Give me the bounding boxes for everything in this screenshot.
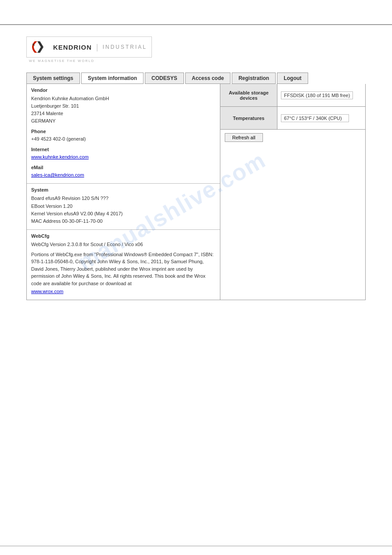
system-line2: EBoot Version 1.20: [31, 203, 216, 210]
system-section: System Board efusA9 Revision 120 S/N ???…: [27, 184, 220, 229]
logo-divider: |: [96, 43, 98, 52]
storage-value: FFSDISK (180 of 191 MB free): [281, 91, 353, 99]
vendor-company: Kendrion Kuhnke Automation GmbH: [31, 95, 216, 102]
tagline: WE MAGNETISE THE WORLD: [29, 59, 94, 63]
webcfg-portions: Portions of WebCfg.exe from "Professiona…: [31, 251, 216, 287]
tab-access-code[interactable]: Access code: [185, 73, 230, 84]
left-panel: Vendor Kendrion Kuhnke Automation GmbH L…: [27, 84, 220, 300]
phone-label: Phone: [31, 128, 216, 135]
kendrion-logo-icon: K: [31, 40, 50, 54]
vendor-section: Vendor Kendrion Kuhnke Automation GmbH L…: [27, 84, 220, 184]
right-panel: Available storage devices FFSDISK (180 o…: [220, 84, 365, 300]
storage-label: Available storage devices: [220, 84, 277, 106]
storage-value-cell: FFSDISK (180 of 191 MB free): [277, 84, 365, 106]
temp-value-cell: 67°C / 153°F / 340K (CPU): [277, 107, 365, 129]
vendor-title: Vendor: [31, 87, 216, 93]
refresh-area: Refresh all: [220, 130, 365, 145]
system-line3: Kernel Version efusA9 V2.00 (May 4 2017): [31, 210, 216, 218]
svg-text:K: K: [32, 43, 35, 46]
tab-codesys[interactable]: CODESYS: [145, 73, 184, 84]
vendor-info: Kendrion Kuhnke Automation GmbH Luetjenb…: [31, 95, 216, 179]
email-label: eMail: [31, 164, 216, 171]
system-line1: Board efusA9 Revision 120 S/N ???: [31, 195, 216, 202]
internet-url[interactable]: www.kuhnke.kendrion.com: [31, 153, 216, 161]
vendor-address2: 23714 Malente: [31, 110, 216, 117]
tab-system-settings[interactable]: System settings: [26, 73, 80, 84]
logo-container: K KENDRION | INDUSTRIAL WE MAGNETISE THE…: [26, 36, 152, 63]
system-info: Board efusA9 Revision 120 S/N ??? EBoot …: [31, 195, 216, 225]
logo-box: K KENDRION | INDUSTRIAL: [26, 36, 152, 58]
phone-value: +49 4523 402-0 (general): [31, 135, 216, 143]
brand-name: KENDRION: [53, 44, 92, 51]
tab-system-information[interactable]: System information: [81, 73, 144, 84]
storage-box: Available storage devices FFSDISK (180 o…: [220, 84, 365, 107]
vendor-address3: GERMANY: [31, 117, 216, 125]
system-title: System: [31, 187, 216, 192]
bottom-border: [0, 546, 392, 547]
webcfg-section: WebCfg WebCfg Version 2.3.0.8 for Scout …: [27, 230, 220, 300]
main-content: Vendor Kendrion Kuhnke Automation GmbH L…: [26, 84, 366, 300]
temp-label: Temperatures: [220, 107, 277, 129]
tabs-row: System settings System information CODES…: [26, 73, 366, 84]
nav-area: System settings System information CODES…: [0, 68, 392, 84]
top-border: [0, 24, 392, 25]
email-value[interactable]: sales-ica@kendrion.com: [31, 171, 216, 179]
webcfg-title: WebCfg: [31, 233, 216, 239]
webcfg-info: WebCfg Version 2.3.0.8 for Scout / Econo…: [31, 241, 216, 296]
temperatures-box: Temperatures 67°C / 153°F / 340K (CPU): [220, 107, 365, 130]
temp-value: 67°C / 153°F / 340K (CPU): [281, 114, 349, 122]
system-line4: MAC Address 00-30-0F-11-70-00: [31, 218, 216, 225]
tab-logout[interactable]: Logout: [277, 73, 308, 84]
division-name: INDUSTRIAL: [103, 44, 147, 50]
tab-registration[interactable]: Registration: [232, 73, 276, 84]
vendor-address1: Luetjenburger Str. 101: [31, 102, 216, 110]
wrox-url[interactable]: www.wrox.com: [31, 288, 216, 295]
logo-text: KENDRION | INDUSTRIAL: [53, 43, 147, 52]
webcfg-version: WebCfg Version 2.3.0.8 for Scout / Econo…: [31, 241, 216, 248]
header: K KENDRION | INDUSTRIAL WE MAGNETISE THE…: [0, 29, 392, 68]
internet-label: Internet: [31, 146, 216, 153]
refresh-all-button[interactable]: Refresh all: [225, 133, 263, 142]
